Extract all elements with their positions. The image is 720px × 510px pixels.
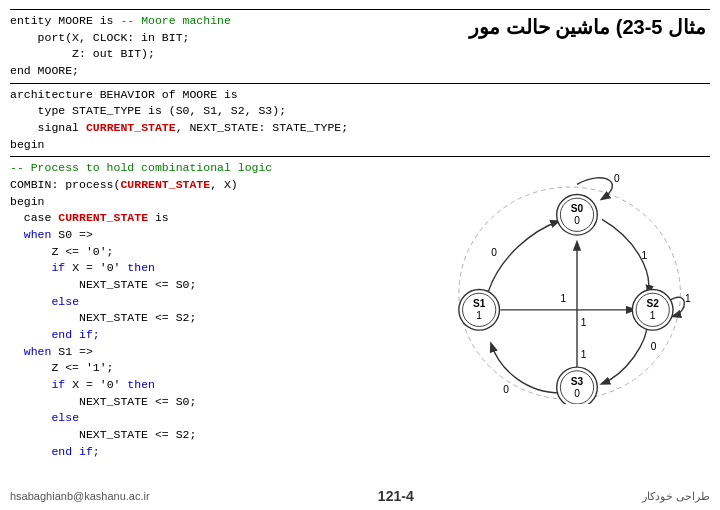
svg-text:S2: S2 (646, 298, 659, 309)
page-number: 121-4 (378, 488, 414, 504)
svg-text:S1: S1 (473, 298, 486, 309)
divider2 (10, 83, 710, 84)
code-comment1: -- Moore machine (120, 14, 230, 27)
content-area: -- Process to hold combinational logic C… (10, 160, 710, 460)
svg-text:S0: S0 (571, 203, 584, 214)
code-entity: entity MOORE is (10, 14, 120, 27)
svg-text:1: 1 (581, 317, 587, 328)
svg-text:1: 1 (581, 349, 587, 360)
state-diagram: 0 1 0 1 0 1 1 0 (430, 164, 700, 404)
svg-text:0: 0 (651, 342, 657, 353)
top-divider (10, 9, 710, 10)
code-left: -- Process to hold combinational logic C… (10, 160, 430, 460)
svg-text:0: 0 (503, 384, 509, 395)
main-container: entity MOORE is -- Moore machine port(X,… (0, 0, 720, 510)
diagram-area: 0 1 0 1 0 1 1 0 (430, 164, 710, 460)
title: مثال 5-23) ماشین حالت مور (469, 15, 706, 39)
svg-text:1: 1 (642, 250, 648, 261)
svg-text:0: 0 (491, 248, 497, 259)
arch-section: architecture BEHAVIOR of MOORE is type S… (10, 87, 710, 154)
svg-text:1: 1 (560, 294, 566, 305)
code-top: entity MOORE is -- Moore machine port(X,… (10, 13, 231, 80)
svg-text:1: 1 (650, 310, 656, 321)
footer: hsabaghianb@kashanu.ac.ir 121-4 طراحی خو… (0, 488, 720, 504)
divider3 (10, 156, 710, 157)
svg-text:1: 1 (685, 294, 691, 305)
svg-text:0: 0 (574, 215, 580, 226)
footer-email: hsabaghianb@kashanu.ac.ir (10, 490, 150, 502)
footer-author: طراحی خودکار (642, 490, 710, 503)
svg-text:1: 1 (476, 310, 482, 321)
svg-text:0: 0 (614, 174, 620, 185)
svg-text:0: 0 (574, 388, 580, 399)
svg-text:S3: S3 (571, 376, 584, 387)
